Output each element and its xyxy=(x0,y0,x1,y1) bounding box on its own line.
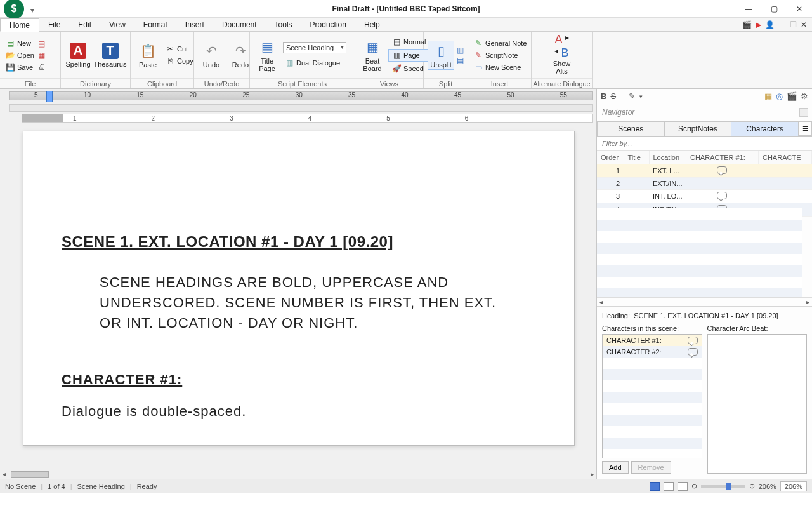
menu-help[interactable]: Help xyxy=(355,18,389,31)
menu-home[interactable]: Home xyxy=(0,18,39,32)
table-row[interactable]: 3INT. LO... xyxy=(597,190,812,203)
note-icon[interactable] xyxy=(717,166,727,174)
table-row[interactable]: 2EXT./IN... xyxy=(597,178,812,190)
status-bar: No Scene| 1 of 4| Scene Heading| Ready ⊖… xyxy=(0,479,812,493)
strike-button[interactable]: S xyxy=(610,91,616,101)
normal-view-button[interactable]: ▤Normal xyxy=(388,36,429,48)
split-horiz-icon[interactable]: ▤ xyxy=(457,56,464,65)
menu-production[interactable]: Production xyxy=(301,18,355,31)
split-vert-icon[interactable]: ▥ xyxy=(457,46,464,55)
export-pdf-icon[interactable]: ▤ xyxy=(38,39,46,48)
alt-next-icon[interactable]: ▸ xyxy=(565,33,569,46)
note-icon[interactable] xyxy=(688,348,698,356)
zoom-in-button[interactable]: ⊕ xyxy=(749,482,755,490)
zoom-slider[interactable] xyxy=(701,485,745,488)
arc-beat-textbox[interactable] xyxy=(707,334,808,474)
note-icon[interactable] xyxy=(717,192,727,199)
show-alts-button[interactable]: Show Alts xyxy=(553,60,571,75)
status-ready: Ready xyxy=(137,483,157,490)
maximize-button[interactable]: ▢ xyxy=(761,0,787,18)
menu-format[interactable]: Format xyxy=(134,18,176,31)
document-ruler[interactable]: 123456 xyxy=(22,114,593,123)
menu-document[interactable]: Document xyxy=(213,18,266,31)
undo-button[interactable]: ↶Undo xyxy=(198,41,225,70)
nav-compass-icon[interactable]: ◎ xyxy=(776,91,783,101)
table-row[interactable]: 1EXT. L... xyxy=(597,164,812,178)
new-button[interactable]: ▤New xyxy=(4,37,36,49)
view-mode-2-button[interactable] xyxy=(664,482,674,491)
col-header[interactable]: Location xyxy=(649,151,686,164)
menu-bar: HomeFileEditViewFormatInsertDocumentTool… xyxy=(0,18,812,32)
editor-h-scrollbar[interactable]: ◂▸ xyxy=(0,469,596,479)
bold-button[interactable]: B xyxy=(601,91,606,101)
menu-insert[interactable]: Insert xyxy=(176,18,213,31)
new-scene-button[interactable]: ▭New Scene xyxy=(472,62,528,73)
speed-view-button[interactable]: 🚀Speed xyxy=(388,62,429,75)
document-page[interactable]: SCENE 1. EXT. LOCATION #1 - DAY 1 [09.20… xyxy=(23,131,575,446)
col-header[interactable]: Order xyxy=(597,151,624,164)
cut-button[interactable]: ✂Cut xyxy=(164,43,195,55)
beat-board-button[interactable]: ▦Beat Board xyxy=(359,37,386,74)
filter-input[interactable] xyxy=(597,137,812,151)
outline-scrollbar[interactable] xyxy=(9,104,593,112)
scenes-table[interactable]: OrderTitleLocationCHARACTER #1:CHARACTE … xyxy=(597,151,812,217)
element-dropdown[interactable]: Scene Heading xyxy=(283,42,346,53)
menu-tools[interactable]: Tools xyxy=(266,18,301,31)
save-button[interactable]: 💾Save xyxy=(4,62,36,73)
alt-prev-icon[interactable]: ◂ xyxy=(554,46,558,60)
nav-tab-scriptnotes[interactable]: ScriptNotes xyxy=(664,121,732,136)
nav-map-icon[interactable]: ▦ xyxy=(764,91,772,101)
unsplit-button[interactable]: ▯Unsplit xyxy=(428,41,454,70)
dual-dialogue-button[interactable]: ▥Dual Dialogue xyxy=(283,57,346,69)
nav-clapper-icon[interactable]: 🎬 xyxy=(787,91,797,101)
nav-collab-icon[interactable]: ⚙ xyxy=(801,91,808,101)
nav-tab-scenes[interactable]: Scenes xyxy=(597,121,665,136)
menu-view[interactable]: View xyxy=(100,18,134,31)
export-fdx-icon[interactable]: ▦ xyxy=(38,51,46,60)
general-note-button[interactable]: ✎General Note xyxy=(472,37,528,49)
spelling-button[interactable]: ASpelling xyxy=(65,41,91,69)
qat-dropdown-icon[interactable]: ▾ xyxy=(30,6,37,12)
highlighter-icon[interactable]: ✎ xyxy=(629,91,636,101)
list-item[interactable]: CHARACTER #2: xyxy=(603,346,702,358)
mdi-minimize-icon[interactable]: — xyxy=(778,20,786,29)
zoom-input[interactable]: 206% xyxy=(780,481,807,491)
col-header[interactable]: Title xyxy=(624,151,649,164)
remove-button[interactable]: Remove xyxy=(631,461,671,474)
nav-tab-options[interactable]: ☰ xyxy=(798,121,812,136)
action-text[interactable]: SCENE HEADINGS ARE BOLD, UPPERCASE AND U… xyxy=(100,272,506,333)
zoom-out-button[interactable]: ⊖ xyxy=(691,482,697,490)
nav-h-scrollbar[interactable]: ◂▸ xyxy=(597,297,812,306)
characters-listbox[interactable]: CHARACTER #1:CHARACTER #2: xyxy=(602,334,702,458)
view-mode-1-button[interactable] xyxy=(650,482,660,491)
copy-button[interactable]: ⎘Copy xyxy=(164,55,195,67)
note-icon[interactable] xyxy=(688,337,698,344)
navigator-menu-button[interactable] xyxy=(799,108,808,117)
menu-file[interactable]: File xyxy=(39,18,69,31)
col-header[interactable]: CHARACTER #1: xyxy=(686,151,758,164)
scriptnote-button[interactable]: ✎ScriptNote xyxy=(472,50,528,61)
col-header[interactable]: CHARACTE xyxy=(758,151,811,164)
nav-tab-characters[interactable]: Characters xyxy=(731,121,799,136)
clapper-icon[interactable]: 🎬 xyxy=(742,20,752,29)
add-button[interactable]: Add xyxy=(602,461,629,474)
scene-heading[interactable]: SCENE 1. EXT. LOCATION #1 - DAY 1 [09.20… xyxy=(62,233,536,251)
user-icon[interactable]: 👤 xyxy=(765,20,775,29)
menu-edit[interactable]: Edit xyxy=(69,18,100,31)
print-icon[interactable]: 🖨 xyxy=(38,62,46,71)
list-item[interactable]: CHARACTER #1: xyxy=(603,335,702,346)
character-name[interactable]: CHARACTER #1: xyxy=(62,371,536,388)
title-page-button[interactable]: ▤Title Page xyxy=(254,37,280,74)
thesaurus-button[interactable]: TThesaurus xyxy=(94,41,126,69)
mdi-restore-icon[interactable]: ❐ xyxy=(790,20,797,29)
minimize-button[interactable]: — xyxy=(736,0,761,18)
highlighter-dd-icon[interactable]: ▾ xyxy=(639,93,643,100)
view-mode-3-button[interactable] xyxy=(678,482,688,491)
open-button[interactable]: 📂Open xyxy=(4,50,36,61)
paste-button[interactable]: 📋Paste xyxy=(134,41,161,70)
page-view-button[interactable]: ▥Page xyxy=(388,49,429,62)
close-button[interactable]: ✕ xyxy=(787,0,812,18)
play-icon[interactable]: ▶ xyxy=(756,20,761,29)
mdi-close-icon[interactable]: ✕ xyxy=(801,20,807,29)
dialogue-text[interactable]: Dialogue is double-spaced. xyxy=(62,403,536,420)
